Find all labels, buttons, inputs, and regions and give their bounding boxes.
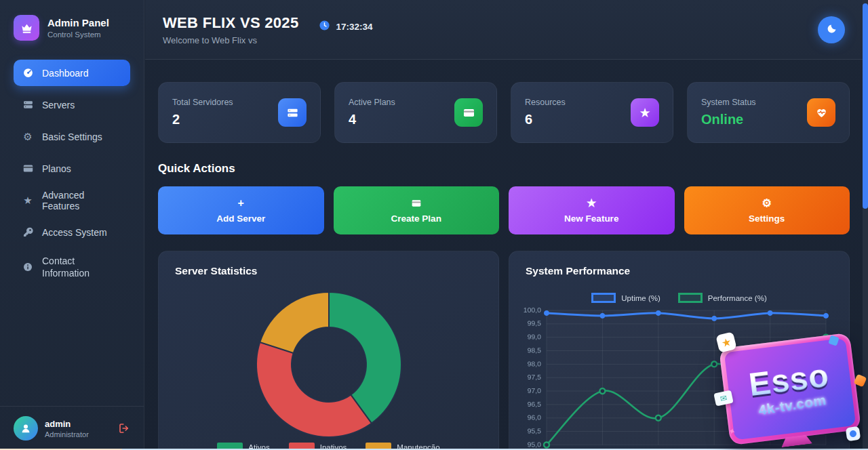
line-legend: Uptime (%) Performance (%) [509, 293, 849, 303]
sidebar-item-advanced-features[interactable]: ★ Advanced Features [14, 187, 130, 213]
sidebar-item-basic-settings[interactable]: ⚙ Basic Settings [14, 123, 130, 150]
stat-card-active-plans: Active Plans 4 [334, 82, 497, 143]
sidebar-item-label: Contact Information [42, 255, 117, 279]
user-name: admin [45, 419, 89, 429]
heart-pulse-icon [807, 98, 835, 127]
stat-value: 6 [525, 112, 566, 127]
panel-title: System Performance [526, 265, 630, 277]
gear-icon: ⚙ [22, 131, 34, 143]
sidebar-item-label: Access System [42, 227, 107, 238]
stat-card-system-status: System Status Online [687, 82, 850, 143]
button-label: New Feature [564, 213, 618, 224]
logout-icon[interactable] [118, 422, 130, 434]
server-statistics-panel: Server Statistics Ativos Inativos Manute… [158, 251, 499, 450]
quick-actions-heading: Quick Actions [158, 162, 850, 176]
sidebar-nav: Dashboard Servers ⚙ Basic Settings Plano… [14, 60, 130, 289]
page-subtitle: Welcome to Web Flix vs [163, 35, 298, 45]
brand-subtitle: Control System [47, 30, 109, 39]
sidebar: Admin Panel Control System Dashboard Ser… [0, 0, 144, 450]
gear-icon: ⚙ [762, 198, 772, 209]
sidebar-user: admin Administrator [0, 406, 144, 450]
stat-value: 4 [349, 112, 395, 127]
sidebar-item-label: Advanced Features [42, 190, 122, 211]
stat-label: Active Plans [349, 98, 395, 107]
credit-card-icon [411, 198, 422, 209]
sidebar-item-label: Servers [42, 100, 75, 110]
plus-icon: + [238, 198, 244, 209]
clock-icon [319, 20, 330, 34]
stat-card-resources: Resources 6 ★ [511, 82, 673, 143]
sidebar-item-label: Basic Settings [42, 131, 102, 142]
sidebar-item-contact-information[interactable]: Contact Information [14, 251, 130, 283]
donut-chart [159, 251, 499, 450]
legend-swatch [678, 293, 703, 303]
tv-frame: Esso 4k-tv.com [719, 333, 861, 446]
quick-actions-row: + Add Server Create Plan ★ New Feature ⚙… [158, 186, 850, 234]
key-icon [22, 226, 34, 238]
brand-title: Admin Panel [47, 17, 109, 28]
stat-label: Resources [525, 98, 566, 107]
stat-value: 2 [172, 112, 233, 127]
sidebar-item-label: Dashboard [42, 68, 89, 79]
star-icon: ★ [587, 198, 596, 209]
credit-card-icon [454, 98, 483, 127]
server-icon [22, 99, 34, 110]
avatar [14, 416, 38, 441]
page-title: WEB FLIX VS 2025 [163, 14, 298, 32]
admin-dashboard: Admin Panel Control System Dashboard Ser… [0, 0, 868, 450]
user-role: Administrator [45, 430, 89, 438]
stats-row: Total Servidores 2 Active Plans 4 Reso [158, 82, 850, 143]
sidebar-item-access-system[interactable]: Access System [14, 219, 130, 245]
status-badge: Online [701, 112, 756, 127]
stat-label: Total Servidores [172, 98, 233, 107]
sidebar-item-label: Planos [42, 163, 71, 174]
camera-decoration-icon [846, 426, 861, 442]
credit-card-icon [22, 163, 34, 174]
theme-toggle-button[interactable] [818, 16, 845, 43]
add-server-button[interactable]: + Add Server [158, 186, 324, 234]
clock-widget: 17:32:34 [319, 20, 372, 34]
legend-item-performance[interactable]: Performance (%) [678, 293, 767, 303]
sidebar-item-planos[interactable]: Planos [14, 155, 130, 182]
esso-watermark: Esso 4k-tv.com ★ ✉ ✦ [719, 336, 864, 450]
new-feature-button[interactable]: ★ New Feature [509, 186, 675, 234]
stat-card-total-servers: Total Servidores 2 [158, 82, 321, 143]
top-header: WEB FLIX VS 2025 Welcome to Web Flix vs … [145, 0, 863, 60]
moon-icon [826, 23, 837, 37]
create-plan-button[interactable]: Create Plan [334, 186, 500, 234]
tv-screen: Esso 4k-tv.com [724, 338, 856, 441]
legend-item-uptime[interactable]: Uptime (%) [591, 293, 660, 303]
scrollbar-thumb[interactable] [863, 3, 868, 209]
stat-label: System Status [701, 98, 756, 107]
settings-button[interactable]: ⚙ Settings [684, 186, 850, 234]
tv-stand [781, 434, 812, 448]
sidebar-item-servers[interactable]: Servers [14, 91, 130, 118]
brand: Admin Panel Control System [0, 0, 144, 53]
legend-label: Performance (%) [708, 294, 767, 302]
panel-title: Server Statistics [175, 265, 258, 277]
clock-time: 17:32:34 [336, 22, 372, 32]
star-icon: ★ [631, 98, 659, 127]
button-label: Create Plan [391, 213, 441, 224]
crown-icon [14, 15, 39, 41]
legend-label: Uptime (%) [621, 294, 660, 302]
gauge-icon [22, 67, 34, 79]
sidebar-item-dashboard[interactable]: Dashboard [14, 60, 130, 86]
button-label: Settings [749, 213, 785, 224]
legend-swatch [591, 293, 616, 303]
button-label: Add Server [216, 213, 265, 224]
star-icon: ★ [22, 195, 34, 207]
info-icon [22, 262, 34, 272]
server-icon [278, 98, 307, 127]
